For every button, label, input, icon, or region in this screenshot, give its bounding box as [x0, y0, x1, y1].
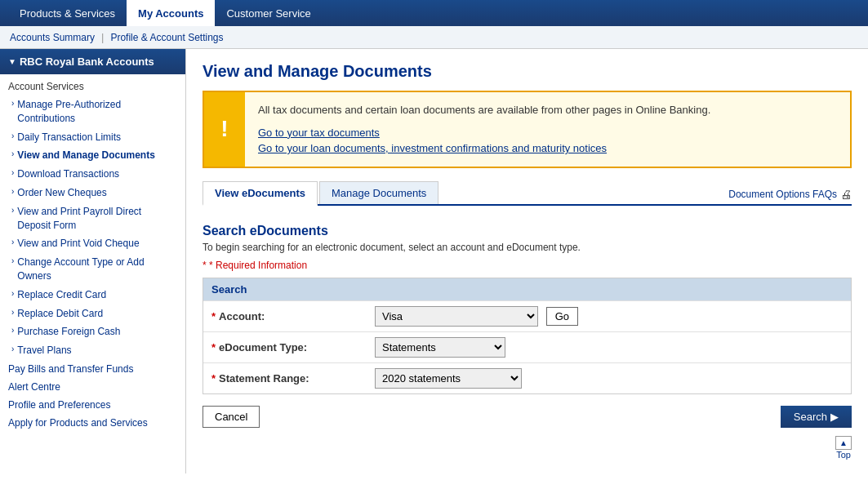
nav-products-services[interactable]: Products & Services: [8, 0, 127, 26]
profile-account-settings-link[interactable]: Profile & Account Settings: [110, 32, 223, 43]
sidebar-item-view-manage-documents[interactable]: › View and Manage Documents: [0, 146, 185, 165]
sidebar-link-manage-pre-authorized[interactable]: Manage Pre-Authorized Contributions: [17, 98, 177, 126]
sidebar-title: ▼ RBC Royal Bank Accounts: [0, 49, 185, 74]
required-asterisk: *: [203, 260, 209, 271]
sidebar-item-view-print-void[interactable]: › View and Print Void Cheque: [0, 234, 185, 253]
search-edocuments-container: Search eDocuments To begin searching for…: [203, 206, 852, 428]
account-label: *Account:: [203, 300, 367, 331]
accounts-summary-link[interactable]: Accounts Summary: [10, 32, 95, 43]
document-options-faq-link[interactable]: Document Options FAQs: [728, 189, 837, 200]
sidebar-arrow-icon: ▼: [8, 57, 16, 66]
sidebar-item-manage-pre-authorized[interactable]: › Manage Pre-Authorized Contributions: [0, 96, 185, 128]
bullet-icon: ›: [11, 289, 14, 298]
bullet-icon: ›: [11, 345, 14, 353]
bullet-icon: ›: [11, 256, 14, 265]
bottom-bar: Cancel Search ▶: [203, 406, 852, 428]
loan-documents-link[interactable]: Go to your loan documents, investment co…: [258, 142, 607, 154]
tax-documents-link[interactable]: Go to your tax documents: [258, 127, 380, 139]
search-table-header-row: Search: [203, 278, 851, 301]
account-select[interactable]: Visa Chequing Savings RRSP: [375, 306, 538, 327]
bullet-icon: ›: [11, 168, 14, 177]
right-actions: Search ▶: [781, 406, 852, 428]
sidebar-link-view-manage-documents[interactable]: View and Manage Documents: [17, 149, 155, 162]
nav-customer-service[interactable]: Customer Service: [215, 0, 322, 26]
sidebar-item-change-account-type[interactable]: › Change Account Type or Add Owners: [0, 253, 185, 286]
search-table: Search *Account: Visa Chequing Savings R…: [203, 278, 851, 393]
statement-range-select[interactable]: 2020 statements 2019 statements 2018 sta…: [375, 368, 522, 389]
sidebar-link-view-print-void[interactable]: View and Print Void Cheque: [17, 237, 139, 251]
exclamation-icon: !: [220, 116, 228, 142]
sidebar-item-travel-plans[interactable]: › Travel Plans: [0, 341, 185, 360]
search-label: Search: [794, 411, 827, 423]
warning-message: All tax documents and certain loan docum…: [258, 102, 710, 118]
sidebar-item-replace-credit-card[interactable]: › Replace Credit Card: [0, 286, 185, 305]
sidebar-link-order-new-cheques[interactable]: Order New Cheques: [17, 186, 106, 200]
search-button[interactable]: Search ▶: [781, 406, 852, 428]
warning-box: ! All tax documents and certain loan doc…: [203, 91, 852, 168]
sidebar-link-daily-transaction[interactable]: Daily Transaction Limits: [17, 131, 121, 144]
edocument-type-label: *eDocument Type:: [203, 331, 367, 362]
sidebar-item-download-transactions[interactable]: › Download Transactions: [0, 165, 185, 184]
tab-manage-documents[interactable]: Manage Documents: [319, 181, 438, 204]
warning-icon: !: [204, 92, 245, 167]
bullet-icon: ›: [11, 131, 14, 140]
printer-icon: 🖨: [840, 188, 852, 201]
search-form-section: Search *Account: Visa Chequing Savings R…: [203, 278, 852, 394]
bullet-icon: ›: [11, 326, 14, 335]
sidebar-item-alert-centre[interactable]: Alert Centre: [0, 378, 185, 396]
tab-view-edocuments[interactable]: View eDocuments: [203, 181, 318, 206]
bullet-icon: ›: [11, 149, 14, 158]
warning-text-content: All tax documents and certain loan docum…: [245, 92, 723, 167]
bullet-icon: ›: [11, 308, 14, 317]
sidebar-link-view-print-payroll[interactable]: View and Print Payroll Direct Deposit Fo…: [17, 205, 177, 233]
sidebar-item-order-new-cheques[interactable]: › Order New Cheques: [0, 184, 185, 202]
sidebar-item-replace-debit-card[interactable]: › Replace Debit Card: [0, 305, 185, 323]
search-heading: Search eDocuments: [203, 214, 852, 242]
search-table-header-cell: Search: [203, 278, 851, 301]
sidebar-item-daily-transaction[interactable]: › Daily Transaction Limits: [0, 128, 185, 147]
required-note: * * Required Information: [203, 260, 852, 278]
sidebar-link-travel-plans[interactable]: Travel Plans: [17, 344, 71, 358]
sidebar-item-pay-bills[interactable]: Pay Bills and Transfer Funds: [0, 360, 185, 378]
account-required: *: [211, 310, 216, 322]
sidebar-link-alert-centre[interactable]: Alert Centre: [8, 381, 60, 393]
sidebar: ▼ RBC Royal Bank Accounts Account Servic…: [0, 49, 186, 473]
bullet-icon: ›: [11, 99, 14, 108]
go-button[interactable]: Go: [546, 307, 578, 326]
sidebar-link-replace-credit-card[interactable]: Replace Credit Card: [17, 288, 106, 302]
tabs-row: View eDocuments Manage Documents Documen…: [203, 181, 852, 206]
account-row: *Account: Visa Chequing Savings RRSP Go: [203, 300, 851, 331]
edocument-type-select[interactable]: Statements Notices Tax Documents: [375, 337, 505, 358]
main-content: View and Manage Documents ! All tax docu…: [186, 49, 868, 473]
statement-range-label: *Statement Range:: [203, 362, 367, 393]
sidebar-item-view-print-payroll[interactable]: › View and Print Payroll Direct Deposit …: [0, 202, 185, 235]
sidebar-link-purchase-foreign-cash[interactable]: Purchase Foreign Cash: [17, 325, 120, 339]
sidebar-link-apply-products[interactable]: Apply for Products and Services: [8, 417, 148, 429]
bullet-icon: ›: [11, 187, 14, 196]
sidebar-link-download-transactions[interactable]: Download Transactions: [17, 167, 119, 181]
sidebar-link-pay-bills[interactable]: Pay Bills and Transfer Funds: [8, 363, 133, 375]
nav-my-accounts[interactable]: My Accounts: [127, 0, 215, 26]
top-nav: Products & Services My Accounts Customer…: [0, 0, 868, 26]
faq-link-container: Document Options FAQs 🖨: [728, 188, 852, 204]
statement-range-field-cell: 2020 statements 2019 statements 2018 sta…: [367, 362, 851, 393]
sidebar-link-replace-debit-card[interactable]: Replace Debit Card: [17, 307, 103, 321]
up-arrow-icon: ▲: [835, 436, 852, 450]
sidebar-link-profile-preferences[interactable]: Profile and Preferences: [8, 399, 110, 411]
top-label: Top: [836, 450, 851, 460]
secondary-nav: Accounts Summary | Profile & Account Set…: [0, 26, 868, 49]
top-scroll-button[interactable]: ▲ Top: [835, 436, 852, 460]
page-title: View and Manage Documents: [203, 62, 852, 81]
edocument-type-row: *eDocument Type: Statements Notices Tax …: [203, 331, 851, 362]
nav-separator: |: [101, 31, 104, 43]
bullet-icon: ›: [11, 238, 14, 247]
sidebar-item-profile-preferences[interactable]: Profile and Preferences: [0, 396, 185, 414]
sidebar-section-label: Account Services: [0, 74, 185, 96]
sidebar-link-change-account-type[interactable]: Change Account Type or Add Owners: [17, 256, 177, 283]
sidebar-item-apply-products[interactable]: Apply for Products and Services: [0, 414, 185, 432]
tabs-container: View eDocuments Manage Documents: [203, 181, 440, 204]
cancel-button[interactable]: Cancel: [203, 406, 260, 428]
sidebar-title-label: RBC Royal Bank Accounts: [20, 56, 154, 68]
search-arrow-icon: ▶: [830, 411, 839, 423]
sidebar-item-purchase-foreign-cash[interactable]: › Purchase Foreign Cash: [0, 322, 185, 341]
